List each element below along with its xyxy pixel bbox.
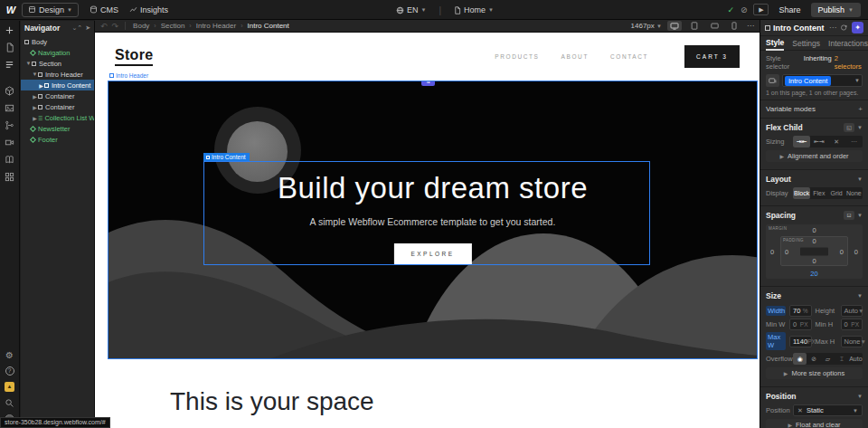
preview-button[interactable]: ▶ (753, 4, 769, 15)
interactions-icon[interactable] (5, 120, 14, 130)
chevron-down-icon[interactable]: ▼ (857, 394, 863, 399)
clear-icon[interactable]: ✕ (797, 407, 803, 414)
margin-bottom-value[interactable]: 20 (810, 270, 817, 278)
sizing-none-icon[interactable]: ✕ (828, 136, 845, 147)
settings-icon[interactable]: ⚙ (5, 351, 14, 360)
sizing-grow-icon[interactable]: ⇤⇥ (810, 136, 827, 147)
nav-link-contact[interactable]: CONTACT (610, 53, 648, 60)
nav-link-about[interactable]: ABOUT (561, 53, 589, 60)
store-logo[interactable]: Store (115, 47, 153, 66)
tree-item-container[interactable]: ▶ Container (21, 101, 94, 112)
breadcrumb-item[interactable]: Intro Header (196, 22, 236, 30)
breakpoint-indicator-button[interactable] (766, 74, 779, 87)
alignment-and-order-button[interactable]: ▶ Alignment and order (766, 150, 863, 162)
class-selector-field[interactable]: Intro Content ▼ (782, 74, 863, 87)
tab-settings[interactable]: Settings (792, 37, 820, 50)
min-height-unit[interactable]: PX (851, 321, 859, 328)
publish-button[interactable]: Publish ▼ (811, 3, 861, 17)
search-icon[interactable] (5, 398, 14, 408)
chevron-down-icon[interactable]: ▼ (857, 293, 863, 299)
redo-icon[interactable]: ↷ (112, 22, 119, 31)
chevron-down-icon[interactable]: ▼ (857, 176, 863, 182)
max-width-input[interactable]: 1140 PX (789, 336, 812, 347)
variable-modes-row[interactable]: Variable modes + (760, 100, 868, 119)
canvas-width-dropdown[interactable]: 1467px ▼ (631, 22, 662, 30)
tree-item-navigation[interactable]: Navigation (21, 47, 94, 58)
overflow-visible-icon[interactable]: ◉ (793, 353, 807, 365)
overflow-hidden-icon[interactable]: ⊘ (807, 353, 820, 365)
position-select[interactable]: ✕ Static ▼ (793, 404, 863, 416)
breakpoint-desktop-icon[interactable] (667, 21, 682, 31)
tab-style[interactable]: Style (766, 36, 784, 51)
display-block-option[interactable]: Block (793, 187, 810, 199)
tab-interactions[interactable]: Interactions (828, 37, 868, 50)
margin-left-value[interactable]: 0 (770, 248, 774, 256)
cart-button[interactable]: CART 3 (684, 45, 740, 68)
navigator-icon[interactable] (5, 60, 14, 70)
more-breakpoints-icon[interactable]: ⋯ (747, 22, 754, 30)
spotlight-icon[interactable]: ✦ (852, 22, 863, 33)
nav-link-products[interactable]: PRODUCTS (495, 53, 539, 60)
breadcrumb-item[interactable]: Section (161, 22, 185, 30)
breadcrumb-item[interactable]: Body (133, 22, 149, 30)
hero-section[interactable]: ⇅ Build your dream store A simple Webflo… (108, 81, 758, 359)
assets-icon[interactable] (5, 103, 14, 113)
tree-item-intro-header[interactable]: ▼ Intro Header (21, 69, 94, 80)
min-width-input[interactable]: 0 PX (789, 319, 812, 330)
section-drag-handle[interactable]: ⇅ (421, 81, 435, 86)
caret-right-icon[interactable]: ▶ (32, 93, 38, 100)
design-canvas[interactable]: Store PRODUCTS ABOUT CONTACT CART 3 Intr… (95, 33, 760, 428)
pin-panel-icon[interactable]: ➤ (85, 24, 90, 32)
caret-right-icon[interactable]: ▶ (38, 82, 44, 89)
width-input[interactable]: 70 % (789, 305, 812, 317)
margin-top-value[interactable]: 0 (812, 226, 816, 234)
spacing-mode-icon[interactable]: ⊡ (844, 211, 854, 220)
padding-left-value[interactable]: 0 (785, 247, 788, 255)
float-and-clear-button[interactable]: ▶ Float and clear (766, 419, 863, 428)
display-none-option[interactable]: None (845, 187, 863, 199)
audit-warning-icon[interactable]: ▲ (5, 382, 14, 392)
breadcrumb-item-current[interactable]: Intro Content (248, 22, 289, 30)
caret-down-icon[interactable]: ▼ (25, 61, 32, 66)
intro-content-selection-label[interactable]: Intro Content (203, 153, 250, 161)
padding-bottom-value[interactable]: 0 (812, 257, 816, 265)
help-icon[interactable]: ? (5, 366, 14, 376)
sizing-more-icon[interactable]: ⋯ (845, 136, 863, 147)
tree-item-newsletter[interactable]: Newsletter (21, 123, 94, 134)
class-pill[interactable]: Intro Content (785, 76, 831, 86)
display-flex-option[interactable]: Flex (810, 187, 827, 199)
breakpoint-phone-icon[interactable] (727, 21, 741, 31)
min-height-input[interactable]: 0 PX (841, 319, 863, 330)
undo-icon[interactable]: ↶ (100, 22, 108, 31)
components-icon[interactable] (5, 86, 14, 96)
chevron-down-icon[interactable]: ▼ (857, 125, 863, 130)
page-switcher[interactable]: Home ▼ (448, 4, 499, 16)
more-options-icon[interactable]: ⋯ (829, 24, 836, 32)
video-icon[interactable] (5, 138, 14, 147)
tree-item-collection-list[interactable]: ▶ ☰ Collection List Wra... (21, 112, 94, 123)
add-variable-mode-icon[interactable]: + (858, 105, 863, 113)
min-width-unit[interactable]: PX (800, 321, 808, 328)
width-unit[interactable]: % (803, 308, 808, 314)
intro-content-selection-outline[interactable]: Intro Content (203, 161, 650, 265)
padding-top-value[interactable]: 0 (812, 237, 816, 245)
selectors-count[interactable]: 2 selectors (835, 54, 863, 71)
chevron-down-icon[interactable]: ▼ (857, 213, 863, 218)
insights-button[interactable]: Insights (124, 4, 174, 16)
create-component-icon[interactable] (840, 24, 848, 32)
flex-child-indicator-icon[interactable]: ◱ (844, 123, 854, 132)
sizing-shrink-icon[interactable]: ⇥⇤ (793, 136, 810, 147)
breakpoint-tablet-icon[interactable] (687, 21, 702, 31)
cms-button[interactable]: CMS (84, 4, 124, 16)
overflow-auto-option[interactable]: Auto (849, 353, 863, 365)
margin-right-value[interactable]: 0 (854, 248, 858, 256)
breakpoint-phone-landscape-icon[interactable] (707, 21, 722, 31)
tree-item-intro-content[interactable]: ▶ Intro Content (21, 80, 94, 90)
tree-item-body[interactable]: Body (21, 36, 94, 47)
add-element-icon[interactable] (5, 25, 14, 35)
webflow-logo-icon[interactable]: W (0, 5, 22, 15)
tree-item-section[interactable]: ▼ Section (21, 58, 94, 69)
more-size-options-button[interactable]: ▶ More size options (766, 367, 863, 379)
section-heading[interactable]: This is your space (170, 387, 374, 416)
caret-right-icon[interactable]: ▶ (32, 104, 38, 110)
